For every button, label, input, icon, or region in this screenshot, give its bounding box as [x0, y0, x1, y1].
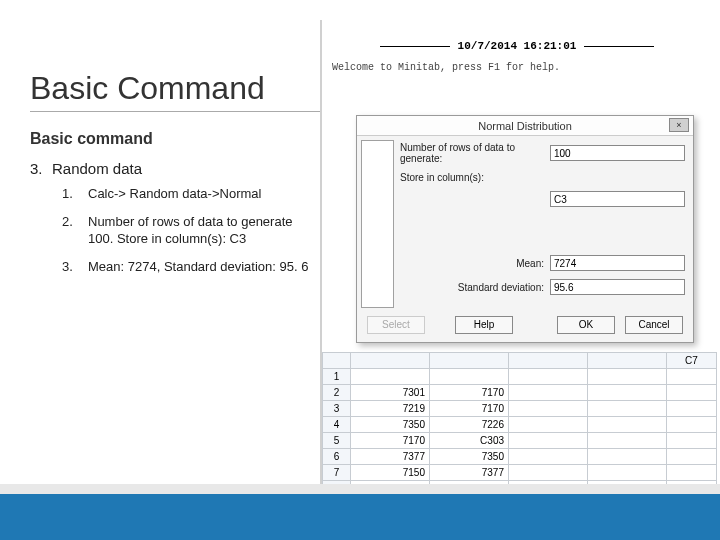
cell[interactable]: [509, 417, 588, 433]
cell[interactable]: [588, 433, 667, 449]
dialog-titlebar: Normal Distribution ×: [357, 116, 693, 136]
row-header[interactable]: 6: [323, 449, 351, 465]
sub-num: 2.: [62, 213, 88, 248]
cell[interactable]: 7377: [430, 465, 509, 481]
cell[interactable]: [588, 401, 667, 417]
cancel-button[interactable]: Cancel: [625, 316, 683, 334]
cell[interactable]: 7377: [351, 449, 430, 465]
sub-num: 1.: [62, 185, 88, 203]
row-header[interactable]: 3: [323, 401, 351, 417]
sub-text: Calc-> Random data->Normal: [88, 185, 261, 203]
mean-label: Mean:: [400, 258, 550, 269]
std-label: Standard deviation:: [400, 282, 550, 293]
corner-cell: [323, 353, 351, 369]
row-header[interactable]: 2: [323, 385, 351, 401]
cell[interactable]: [667, 385, 717, 401]
col-header[interactable]: [509, 353, 588, 369]
slide-blue-bar: [0, 494, 720, 540]
cell[interactable]: [509, 385, 588, 401]
cell[interactable]: [509, 465, 588, 481]
slide-light-bar: [0, 484, 720, 494]
cell[interactable]: 7350: [351, 417, 430, 433]
help-button[interactable]: Help: [455, 316, 513, 334]
sub-num: 3.: [62, 258, 88, 276]
cell[interactable]: 7301: [351, 385, 430, 401]
column-listbox[interactable]: [361, 140, 394, 308]
row-header[interactable]: 1: [323, 369, 351, 385]
cell[interactable]: [509, 369, 588, 385]
sub-text: Number of rows of data to generate 100. …: [88, 213, 320, 248]
step-main-text: Random data: [52, 160, 142, 177]
mean-input[interactable]: [550, 255, 685, 271]
step-main-num: 3.: [30, 160, 52, 177]
dialog-title-text: Normal Distribution: [478, 120, 572, 132]
store-label: Store in column(s):: [400, 172, 550, 183]
cell[interactable]: [509, 401, 588, 417]
session-window: 10/7/2014 16:21:01 Welcome to Minitab, p…: [332, 40, 702, 73]
rows-input[interactable]: [550, 145, 685, 161]
cell[interactable]: [667, 449, 717, 465]
cell[interactable]: [588, 385, 667, 401]
cell[interactable]: [588, 465, 667, 481]
cell[interactable]: 7226: [430, 417, 509, 433]
sub-step-1: 1. Calc-> Random data->Normal: [62, 185, 320, 203]
normal-distribution-dialog: Normal Distribution × Number of rows of …: [356, 115, 694, 343]
cell[interactable]: [667, 465, 717, 481]
row-header[interactable]: 7: [323, 465, 351, 481]
cell[interactable]: [588, 417, 667, 433]
col-header-c7[interactable]: C7: [667, 353, 717, 369]
cell[interactable]: C303: [430, 433, 509, 449]
cell[interactable]: 7170: [430, 385, 509, 401]
session-welcome: Welcome to Minitab, press F1 for help.: [332, 62, 702, 73]
sub-step-2: 2. Number of rows of data to generate 10…: [62, 213, 320, 248]
col-header[interactable]: [351, 353, 430, 369]
cell[interactable]: [667, 401, 717, 417]
col-header[interactable]: [430, 353, 509, 369]
minitab-screenshot: 10/7/2014 16:21:01 Welcome to Minitab, p…: [320, 20, 715, 525]
cell[interactable]: [509, 433, 588, 449]
cell[interactable]: [509, 449, 588, 465]
close-icon[interactable]: ×: [669, 118, 689, 132]
cell[interactable]: [588, 369, 667, 385]
store-input[interactable]: [550, 191, 685, 207]
std-input[interactable]: [550, 279, 685, 295]
col-header[interactable]: [588, 353, 667, 369]
cell[interactable]: 7219: [351, 401, 430, 417]
row-header[interactable]: 5: [323, 433, 351, 449]
cell[interactable]: [351, 369, 430, 385]
cell[interactable]: [667, 417, 717, 433]
session-timestamp: 10/7/2014 16:21:01: [332, 40, 702, 52]
select-button[interactable]: Select: [367, 316, 425, 334]
cell[interactable]: 7170: [351, 433, 430, 449]
rows-label: Number of rows of data to generate:: [400, 142, 550, 164]
cell[interactable]: [667, 433, 717, 449]
cell[interactable]: 7150: [351, 465, 430, 481]
cell[interactable]: [430, 369, 509, 385]
slide-title: Basic Command: [30, 70, 320, 112]
cell[interactable]: 7350: [430, 449, 509, 465]
ok-button[interactable]: OK: [557, 316, 615, 334]
cell[interactable]: [667, 369, 717, 385]
row-header[interactable]: 4: [323, 417, 351, 433]
sub-text: Mean: 7274, Standard deviation: 95. 6: [88, 258, 308, 276]
sub-step-3: 3. Mean: 7274, Standard deviation: 95. 6: [62, 258, 320, 276]
slide-subtitle: Basic command: [30, 130, 320, 148]
step-main: 3. Random data: [30, 160, 320, 177]
cell[interactable]: [588, 449, 667, 465]
cell[interactable]: 7170: [430, 401, 509, 417]
